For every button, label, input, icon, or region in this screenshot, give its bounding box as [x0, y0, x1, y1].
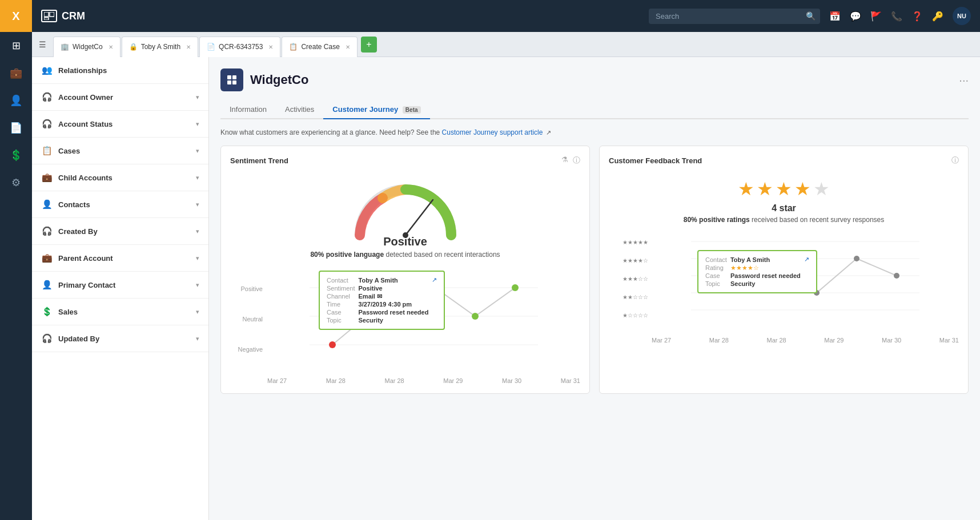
tooltip-case-label: Case — [327, 308, 359, 316]
nav-gear-icon[interactable]: ⚙ — [0, 169, 32, 196]
nav-person-icon[interactable]: 👤 — [0, 87, 32, 114]
tab-toby[interactable]: 🔒 Toby A Smith ✕ — [122, 37, 198, 57]
sidebar-section-child-accounts-header[interactable]: 💼 Child Accounts ▾ — [32, 164, 208, 191]
help-icon[interactable]: ❓ — [911, 11, 923, 22]
sentiment-trend-card: Sentiment Trend ⚗ ⓘ — [220, 146, 590, 394]
star-1: ★ — [738, 178, 754, 200]
chat-icon[interactable]: 💬 — [850, 11, 861, 22]
calendar-icon[interactable]: 📅 — [829, 11, 841, 22]
fb-tooltip-topic-label: Topic — [705, 280, 730, 288]
feedback-card-title: Customer Feedback Trend — [609, 156, 702, 165]
fb-tooltip-case-label: Case — [705, 272, 730, 280]
search-box[interactable]: 🔍 — [649, 9, 820, 24]
tooltip-external-icon[interactable]: ↗ — [432, 276, 437, 284]
updated-by-icon: 🎧 — [41, 333, 53, 344]
feedback-info-icon[interactable]: ⓘ — [951, 155, 959, 166]
rating-1star: ★☆☆☆☆ — [609, 312, 648, 319]
svg-point-27 — [854, 256, 859, 261]
sidebar-section-account-owner-header[interactable]: 🎧 Account Owner ▾ — [32, 84, 208, 110]
left-sidebar: 👥 Relationships 🎧 Account Owner ▾ — [32, 57, 209, 520]
nav-document-icon[interactable]: 📄 — [0, 114, 32, 142]
feedback-tooltip: Contact Toby A Smith Rating ★★★★☆ — [697, 250, 817, 293]
x-label-5: Mar 31 — [561, 377, 580, 384]
nav-dollar-icon[interactable]: 💲 — [0, 142, 32, 169]
fb-tooltip-external-icon[interactable]: ↗ — [804, 256, 809, 263]
page-header: WidgetCo ··· — [220, 68, 969, 91]
tab-activities[interactable]: Activities — [276, 100, 323, 119]
tooltip-sentiment-value: Positive — [359, 284, 429, 292]
tooltip-topic-value: Security — [359, 316, 429, 324]
nav-briefcase-icon[interactable]: 💼 — [0, 59, 32, 87]
tooltip-channel-label: Channel — [327, 292, 359, 300]
parent-account-icon: 💼 — [41, 253, 53, 263]
cards-row: Sentiment Trend ⚗ ⓘ — [220, 146, 969, 394]
search-input[interactable] — [649, 9, 820, 24]
createcase-tab-label: Create Case — [301, 43, 339, 51]
fb-tooltip-contact-value: Toby A Smith — [730, 256, 801, 264]
contacts-icon: 👤 — [41, 199, 53, 209]
phone-icon[interactable]: 📞 — [891, 11, 902, 22]
svg-line-7 — [405, 200, 433, 235]
tab-qcr[interactable]: 📄 QCR-6343753 ✕ — [199, 37, 280, 57]
icon-bar: X ⊞ 💼 👤 📄 💲 ⚙ — [0, 0, 32, 520]
sidebar-section-left-11: 🎧 Updated By — [41, 333, 99, 344]
search-icon[interactable]: 🔍 — [806, 11, 816, 21]
widgetco-tab-icon: 🏢 — [61, 43, 69, 51]
support-article-link[interactable]: Customer Journey support article — [442, 128, 543, 136]
tooltip-contact-value: Toby A Smith — [359, 276, 429, 284]
svg-point-12 — [329, 341, 336, 348]
qcr-tab-icon: 📄 — [207, 43, 215, 51]
tab-list-icon[interactable]: ☰ — [37, 38, 49, 51]
sidebar-section-left-4: 📋 Cases — [41, 146, 80, 156]
rating-3star: ★★★☆☆ — [609, 276, 648, 282]
sidebar-section-updated-by-header[interactable]: 🎧 Updated By ▾ — [32, 325, 208, 352]
toby-tab-close[interactable]: ✕ — [186, 44, 191, 50]
sidebar-section-relationships: 👥 Relationships — [32, 57, 208, 84]
sidebar-section-account-status-header[interactable]: 🎧 Account Status ▾ — [32, 111, 208, 137]
tab-createcase[interactable]: 📋 Create Case ✕ — [282, 37, 357, 57]
widgetco-tab-label: WidgetCo — [73, 43, 103, 51]
sidebar-section-sales-header[interactable]: 💲 Sales ▾ — [32, 299, 208, 325]
sidebar-section-cases-header[interactable]: 📋 Cases ▾ — [32, 138, 208, 164]
qcr-tab-close[interactable]: ✕ — [268, 44, 273, 50]
sidebar-section-left-8: 💼 Parent Account — [41, 253, 113, 263]
flag-icon[interactable]: 🚩 — [870, 11, 882, 22]
tab-add-button[interactable]: + — [361, 37, 377, 53]
sidebar-section-primary-contact-header[interactable]: 👤 Primary Contact ▾ — [32, 272, 208, 298]
info-icon[interactable]: ⓘ — [573, 155, 580, 166]
tab-customer-journey[interactable]: Customer Journey Beta — [323, 100, 429, 119]
createcase-tab-icon: 📋 — [289, 43, 298, 51]
x-label-0: Mar 27 — [267, 377, 287, 384]
page-more-icon[interactable]: ··· — [959, 74, 969, 87]
sidebar-section-parent-account-header[interactable]: 💼 Parent Account ▾ — [32, 245, 208, 271]
svg-point-28 — [894, 273, 899, 279]
tab-information[interactable]: Information — [220, 100, 276, 119]
sidebar-section-parent-account: 💼 Parent Account ▾ — [32, 245, 208, 272]
tooltip-contact-label: Contact — [327, 276, 359, 284]
beta-badge: Beta — [403, 106, 421, 114]
updated-by-chevron: ▾ — [196, 335, 199, 342]
rating-2star: ★★☆☆☆ — [609, 294, 648, 300]
parent-account-chevron: ▾ — [196, 255, 199, 262]
sidebar-section-left-3: 🎧 Account Status — [41, 119, 113, 129]
main-area: ☰ 🏢 WidgetCo ✕ 🔒 Toby A Smith ✕ 📄 QCR-63… — [32, 32, 980, 520]
app-logo[interactable]: X — [0, 0, 32, 32]
key-icon[interactable]: 🔑 — [932, 11, 943, 22]
sidebar-section-created-by-header[interactable]: 🎧 Created By ▾ — [32, 218, 208, 244]
account-owner-chevron: ▾ — [196, 94, 199, 101]
info-text: Know what customers are experiencing at … — [220, 128, 969, 136]
widgetco-tab-close[interactable]: ✕ — [109, 44, 113, 50]
tab-widgetco[interactable]: 🏢 WidgetCo ✕ — [53, 37, 121, 57]
sidebar-section-relationships-header[interactable]: 👥 Relationships — [32, 57, 208, 83]
star-3: ★ — [776, 178, 792, 200]
nav-grid-icon[interactable]: ⊞ — [0, 32, 32, 59]
svg-point-17 — [512, 284, 519, 291]
createcase-tab-close[interactable]: ✕ — [346, 44, 350, 50]
cases-title: Cases — [58, 147, 80, 155]
star-5: ★ — [813, 178, 830, 200]
x-label-4: Mar 30 — [502, 377, 521, 384]
contacts-title: Contacts — [58, 200, 90, 209]
sidebar-section-contacts-header[interactable]: 👤 Contacts ▾ — [32, 191, 208, 217]
filter-icon[interactable]: ⚗ — [561, 155, 568, 166]
user-avatar[interactable]: NU — [953, 7, 971, 25]
